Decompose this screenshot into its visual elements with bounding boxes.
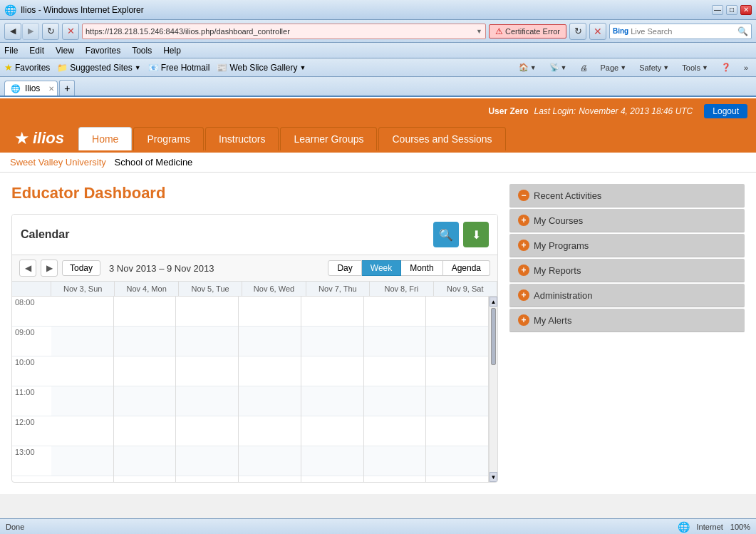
refresh-btn2[interactable]: ↻ [569,23,586,40]
cal-scroll-up[interactable]: ▲ [490,297,497,307]
tools-toolbar-btn[interactable]: Tools ▼ [678,62,712,73]
hotmail-btn[interactable]: 📧 Free Hotmail [148,63,210,73]
menu-edit[interactable]: Edit [29,46,44,56]
nav-tab-courses-sessions[interactable]: Courses and Sessions [378,127,505,150]
calendar-container: Calendar 🔍 ⬇ ◀ ▶ Today 3 Nov 2013 – 9 No… [11,214,498,483]
favorites-btn[interactable]: ★ Favorites [4,62,50,73]
cal-time-1100: 11:00 [12,386,51,416]
nav-tab-home[interactable]: Home [78,127,132,150]
star-icon: ★ [4,62,13,73]
cal-scroll-down[interactable]: ▼ [490,472,497,482]
plus-icon-admin: + [518,289,529,301]
tab-label: Ilios [25,83,40,93]
browser-title: Ilios - Windows Internet Explorer [21,5,144,15]
cal-prev-btn[interactable]: ◀ [19,260,36,277]
sidebar-item-programs[interactable]: + My Programs [509,234,745,257]
sidebar-item-reports[interactable]: + My Reports [509,259,745,282]
browser-menubar: File Edit View Favorites Tools Help [0,43,756,58]
minus-icon: − [518,190,529,201]
cal-time-1000: 10:00 [12,356,51,386]
cal-view-day[interactable]: Day [328,260,361,276]
webslice-label: Web Slice Gallery [229,63,297,73]
ilios-logo: ★ ilios [6,124,73,153]
webslice-dropdown-icon: ▼ [300,64,306,71]
search-bar[interactable]: Bing 🔍 [609,24,752,39]
cal-body: 08:00 09:00 10:00 11:00 12:00 13:00 [12,297,497,482]
help-toolbar-btn[interactable]: ❓ [718,61,735,73]
cal-time-1300: 13:00 [12,446,51,476]
new-tab-btn[interactable]: + [59,80,75,96]
cal-day-mon: Nov 4, Mon [115,282,178,296]
safety-btn[interactable]: Safety ▼ [636,62,673,73]
browser-icon: 🌐 [4,4,16,16]
nav-tab-learner-groups[interactable]: Learner Groups [280,127,377,150]
maximize-btn[interactable]: □ [726,5,737,15]
expand-toolbar-btn[interactable]: » [740,62,752,73]
browser-titlebar: 🌐 Ilios - Windows Internet Explorer — □ … [0,0,756,20]
plus-icon-alerts: + [518,314,529,326]
cal-view-agenda[interactable]: Agenda [443,260,490,276]
back-btn[interactable]: ◀ [4,23,21,40]
ilios-logo-text: ilios [33,129,64,148]
minimize-btn[interactable]: — [712,5,723,15]
logout-btn[interactable]: Logout [704,104,747,118]
cert-error-label: Certificate Error [505,27,560,36]
cert-error-btn[interactable]: ⚠ Certificate Error [489,24,566,38]
stop-btn2[interactable]: ✕ [589,23,606,40]
menu-tools[interactable]: Tools [132,46,152,56]
calendar-nav: ◀ ▶ Today 3 Nov 2013 – 9 Nov 2013 Day We… [12,255,497,282]
school-name-link[interactable]: Sweet Valley University [10,157,106,168]
print-btn[interactable]: 🖨 [576,62,591,73]
cal-view-week[interactable]: Week [362,260,401,276]
menu-file[interactable]: File [4,46,18,56]
menu-help[interactable]: Help [163,46,181,56]
search-go-icon[interactable]: 🔍 [737,26,748,36]
favorites-label: Favorites [15,63,50,73]
address-dropdown[interactable]: ▼ [476,28,482,35]
cal-days-header: Nov 3, Sun Nov 4, Mon Nov 5, Tue Nov 6, … [12,282,497,297]
cal-today-btn[interactable]: Today [62,260,100,276]
sidebar-label-admin: Administration [534,290,592,301]
cal-scrollbar[interactable]: ▲ ▼ [489,297,497,482]
cal-next-btn[interactable]: ▶ [41,260,58,277]
address-text: https://128.218.15.246:8443/ilios.php/da… [86,27,473,36]
forward-btn[interactable]: ▶ [22,23,39,40]
sidebar-item-admin[interactable]: + Administration [509,284,745,307]
sidebar-item-courses[interactable]: + My Courses [509,209,745,232]
suggested-sites-btn[interactable]: 📁 Suggested Sites ▼ [57,63,140,73]
browser-tab[interactable]: 🌐 Ilios ✕ [4,81,58,96]
zoom-level: 100% [730,523,750,531]
sidebar-item-alerts[interactable]: + My Alerts [509,309,745,332]
calendar-download-btn[interactable]: ⬇ [463,222,489,247]
calendar-grid: Nov 3, Sun Nov 4, Mon Nov 5, Tue Nov 6, … [12,282,497,482]
stop-btn[interactable]: ✕ [62,23,79,40]
page-btn[interactable]: Page ▼ [597,62,631,73]
nav-tab-programs[interactable]: Programs [133,127,204,150]
sidebar-item-recent[interactable]: − Recent Activities [509,184,745,207]
menu-view[interactable]: View [56,46,74,56]
cal-date-range: 3 Nov 2013 – 9 Nov 2013 [109,263,214,274]
tab-close-icon[interactable]: ✕ [48,85,54,93]
close-btn[interactable]: ✕ [740,5,752,15]
ilios-topbar: User Zero Last Login: November 4, 2013 1… [0,98,756,124]
cal-scroll-thumb[interactable] [491,308,496,365]
cal-view-btns: Day Week Month Agenda [328,260,490,276]
refresh-btn[interactable]: ↻ [42,23,59,40]
menu-favorites[interactable]: Favorites [86,46,120,56]
calendar-search-btn[interactable]: 🔍 [433,222,459,247]
address-bar[interactable]: https://128.218.15.246:8443/ilios.php/da… [82,24,486,39]
home-toolbar-btn[interactable]: 🏠 ▼ [515,61,540,73]
zone-text: Internet [697,523,723,531]
cal-view-month[interactable]: Month [401,260,442,276]
cal-day-fri: Nov 8, Fri [370,282,433,296]
rss-btn[interactable]: 📡 ▼ [546,61,571,73]
cal-time-0800: 08:00 [12,297,51,327]
cal-time-1200: 12:00 [12,416,51,446]
nav-tab-instructors[interactable]: Instructors [205,127,279,150]
search-input[interactable] [631,27,737,36]
plus-icon-reports: + [518,265,529,276]
webslice-btn[interactable]: 📰 Web Slice Gallery ▼ [217,63,306,73]
sidebar-label-courses: My Courses [534,215,583,226]
cal-col-1 [114,297,177,482]
sidebar-label-alerts: My Alerts [534,315,571,326]
